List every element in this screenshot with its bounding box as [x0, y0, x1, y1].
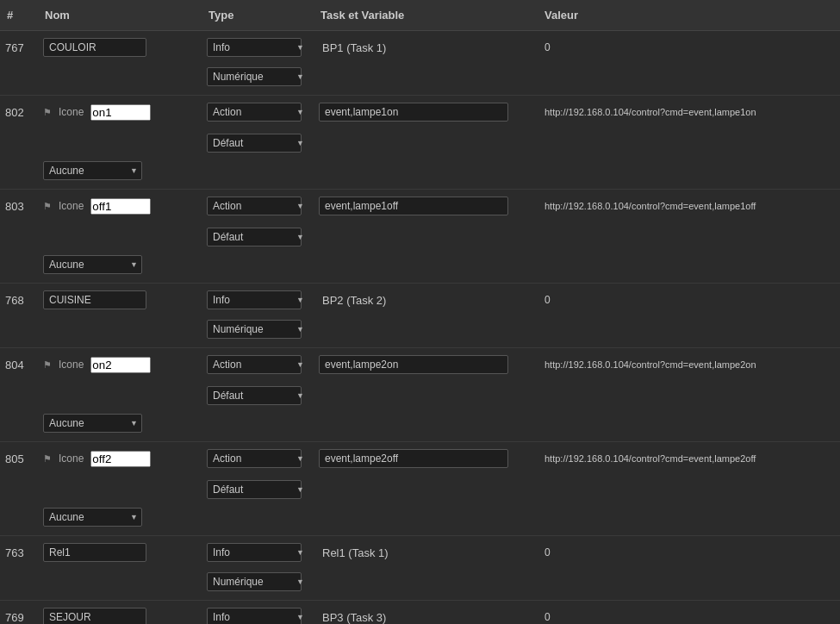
name-input[interactable]	[90, 104, 151, 121]
table-row: 804 ⚑ Icone Action Info http:/	[0, 348, 840, 381]
value-cell: http://192.168.0.104/control?cmd=event,l…	[538, 103, 840, 121]
task-input[interactable]	[319, 355, 508, 374]
name-input[interactable]	[43, 608, 146, 624]
type2-wrapper[interactable]: Défaut Autre	[207, 228, 308, 246]
task-cell	[314, 446, 538, 471]
name-input[interactable]	[43, 290, 146, 309]
type2-select[interactable]: Défaut Autre	[207, 386, 302, 405]
aucune-select[interactable]: Aucune Option1	[43, 508, 142, 527]
type2-wrapper[interactable]: Numérique Texte Binaire	[207, 572, 308, 591]
type2-wrapper[interactable]: Numérique Texte Binaire	[207, 320, 308, 339]
type2-select[interactable]: Numérique Texte Binaire	[207, 320, 302, 339]
value-cell: http://192.168.0.104/control?cmd=event,l…	[538, 356, 840, 373]
aucune-select[interactable]: Aucune Option1	[43, 161, 142, 180]
row-id: 768	[0, 290, 38, 310]
row-id: 805	[0, 449, 38, 469]
type2-select[interactable]: Défaut Autre	[207, 480, 302, 499]
aucune-select[interactable]: Aucune Option1	[43, 414, 142, 433]
name-input[interactable]	[43, 38, 146, 57]
table-row: 767 Info Action BP1 (Task 1) 0	[0, 31, 840, 64]
type1-select[interactable]: Action Info	[207, 103, 302, 122]
name-input[interactable]	[43, 543, 146, 562]
main-table: # Nom Type Task et Variable Valeur 767 I…	[0, 0, 840, 624]
type2-wrapper[interactable]: Défaut Autre	[207, 134, 308, 153]
type2-wrapper[interactable]: Numérique Texte Binaire	[207, 67, 308, 86]
sub-row-defaut: Défaut Autre	[0, 475, 840, 504]
sub-row-aucune: Aucune Option1	[0, 504, 840, 535]
aucune-cell: Aucune Option1	[38, 252, 202, 278]
type2-select[interactable]: Défaut Autre	[207, 228, 302, 246]
type1-select[interactable]: Info Action	[207, 38, 302, 57]
type2-wrapper[interactable]: Défaut Autre	[207, 386, 308, 405]
type-cell: Info Action	[202, 34, 314, 60]
type1-wrapper[interactable]: Action Info	[207, 197, 308, 215]
type1-wrapper[interactable]: Info Action	[207, 38, 308, 57]
row-name-cell: ⚑ Icone	[38, 101, 202, 124]
name-input[interactable]	[90, 451, 151, 467]
type1-wrapper[interactable]: Action Info	[207, 355, 308, 374]
task-input[interactable]	[319, 197, 508, 215]
type-cell: Info Action	[202, 604, 314, 624]
aucune-wrapper[interactable]: Aucune Option1	[43, 414, 142, 433]
aucune-select[interactable]: Aucune Option1	[43, 255, 142, 274]
type1-select[interactable]: Action Info	[207, 197, 302, 215]
type-cell: Info Action	[202, 287, 314, 313]
type2-select[interactable]: Numérique Texte Binaire	[207, 67, 302, 86]
type2-select[interactable]: Numérique Texte Binaire	[207, 572, 302, 591]
header-nom: Nom	[38, 5, 202, 25]
sub-row-aucune: Aucune Option1	[0, 252, 840, 283]
type1-wrapper[interactable]: Action Info	[207, 449, 308, 468]
task-cell	[314, 99, 538, 125]
task-input[interactable]	[319, 103, 508, 122]
aucune-wrapper[interactable]: Aucune Option1	[43, 161, 142, 180]
value-cell: 0	[538, 608, 840, 624]
row-name-cell: ⚑ Icone	[38, 195, 202, 218]
type1-wrapper[interactable]: Info Action	[207, 543, 308, 562]
type2-cell: Numérique Texte Binaire	[202, 569, 314, 595]
row-group: 767 Info Action BP1 (Task 1) 0	[0, 31, 840, 96]
value-cell: 0	[538, 290, 840, 309]
sub-row-defaut: Défaut Autre	[0, 222, 840, 252]
type2-select[interactable]: Défaut Autre	[207, 134, 302, 153]
aucune-wrapper[interactable]: Aucune Option1	[43, 255, 142, 274]
row-id: 803	[0, 197, 38, 216]
name-input[interactable]	[90, 198, 151, 215]
task-text: Rel1 (Task 1)	[319, 546, 392, 559]
table-row: 763 Info Action Rel1 (Task 1) 0	[0, 536, 840, 569]
row-group: 805 ⚑ Icone Action Info http:/	[0, 442, 840, 536]
value-cell: http://192.168.0.104/control?cmd=event,l…	[538, 197, 840, 215]
row-group: 802 ⚑ Icone Action Info http:/	[0, 96, 840, 190]
header-task: Task et Variable	[314, 5, 538, 25]
row-id: 767	[0, 38, 38, 58]
table-row: 802 ⚑ Icone Action Info http:/	[0, 96, 840, 128]
sub-row-numerique: Numérique Texte Binaire	[0, 64, 840, 95]
type2-cell: Défaut Autre	[202, 130, 314, 156]
table-body: 767 Info Action BP1 (Task 1) 0	[0, 31, 840, 624]
type1-select[interactable]: Info Action	[207, 543, 302, 562]
type1-select[interactable]: Info Action	[207, 608, 302, 624]
task-input[interactable]	[319, 449, 508, 468]
task-cell: BP1 (Task 1)	[314, 38, 538, 58]
task-cell: BP2 (Task 2)	[314, 290, 538, 310]
row-name-cell: ⚑ Icone	[38, 353, 202, 377]
row-name-cell	[38, 540, 202, 565]
type1-select[interactable]: Action Info	[207, 449, 302, 468]
name-input[interactable]	[90, 357, 151, 373]
aucune-cell: Aucune Option1	[38, 158, 202, 184]
header-type: Type	[202, 5, 314, 25]
type2-cell: Numérique Texte Binaire	[202, 64, 314, 90]
type2-wrapper[interactable]: Défaut Autre	[207, 480, 308, 499]
type1-select[interactable]: Info Action	[207, 290, 302, 309]
type1-wrapper[interactable]: Info Action	[207, 290, 308, 309]
type1-select[interactable]: Action Info	[207, 355, 302, 374]
type1-wrapper[interactable]: Info Action	[207, 608, 308, 624]
type2-cell: Numérique Texte Binaire	[202, 316, 314, 342]
sub-row-numerique: Numérique Texte Binaire	[0, 569, 840, 600]
type2-cell: Défaut Autre	[202, 383, 314, 409]
type-cell: Info Action	[202, 540, 314, 565]
aucune-cell: Aucune Option1	[38, 410, 202, 436]
aucune-wrapper[interactable]: Aucune Option1	[43, 508, 142, 527]
type1-wrapper[interactable]: Action Info	[207, 103, 308, 122]
aucune-cell: Aucune Option1	[38, 504, 202, 530]
row-name-cell	[38, 287, 202, 313]
